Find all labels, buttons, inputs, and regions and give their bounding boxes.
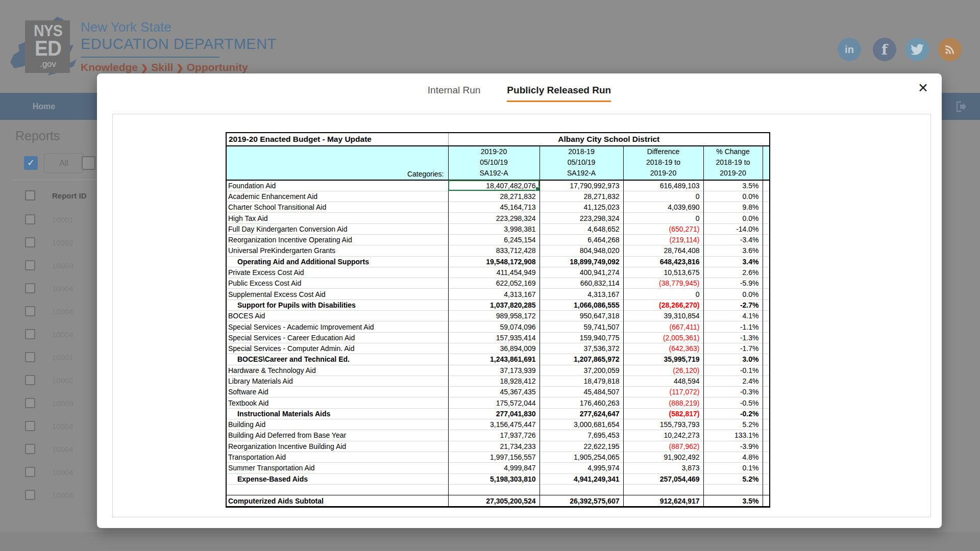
amount-2018-19-cell[interactable]: 7,695,453: [540, 430, 623, 441]
amount-2019-20-cell[interactable]: 277,041,830: [448, 408, 540, 419]
amount-2019-20-cell[interactable]: [448, 484, 540, 495]
amount-2018-19-cell[interactable]: 176,460,263: [540, 397, 623, 408]
amount-2018-19-cell[interactable]: 1,905,254,065: [540, 452, 623, 462]
pct-change-cell[interactable]: 4.1%: [703, 311, 763, 321]
pct-change-cell[interactable]: -14.0%: [703, 223, 763, 234]
category-cell[interactable]: BOCES Aid: [226, 311, 448, 321]
spacer-cell[interactable]: [763, 495, 770, 507]
spacer-cell[interactable]: [763, 397, 770, 408]
amount-2019-20-cell[interactable]: 989,958,172: [448, 311, 540, 321]
amount-2018-19-cell[interactable]: 45,484,507: [540, 387, 623, 397]
all-filter-button[interactable]: All: [44, 153, 84, 173]
amount-2019-20-cell[interactable]: 45,367,435: [448, 387, 540, 397]
difference-cell[interactable]: 39,310,854: [623, 311, 703, 321]
report-row-checkbox[interactable]: [25, 329, 35, 339]
difference-cell[interactable]: 0: [623, 191, 703, 202]
spacer-cell[interactable]: [763, 387, 770, 397]
amount-2019-20-cell[interactable]: 37,173,939: [448, 365, 540, 375]
linkedin-icon[interactable]: in: [838, 38, 861, 61]
pct-change-cell[interactable]: 5.2%: [703, 419, 763, 430]
pct-change-cell[interactable]: -5.9%: [703, 278, 763, 289]
pct-change-cell[interactable]: -0.1%: [703, 365, 763, 375]
pct-change-cell[interactable]: -2.7%: [703, 299, 763, 310]
spacer-cell[interactable]: [763, 213, 770, 223]
spacer-cell[interactable]: [763, 311, 770, 321]
difference-cell[interactable]: 257,054,469: [623, 473, 703, 484]
pct-change-cell[interactable]: 3.5%: [703, 495, 763, 507]
spacer-cell[interactable]: [763, 191, 770, 202]
difference-cell[interactable]: (887,962): [623, 441, 703, 452]
report-id-header-checkbox[interactable]: [25, 190, 35, 201]
difference-cell[interactable]: 0: [623, 289, 703, 299]
report-row-checkbox[interactable]: [25, 283, 35, 293]
difference-cell[interactable]: 448,594: [623, 375, 703, 386]
report-row-checkbox[interactable]: [25, 398, 35, 408]
spacer-cell[interactable]: [763, 256, 770, 267]
pct-change-cell[interactable]: 0.1%: [703, 463, 763, 473]
amount-2018-19-cell[interactable]: 277,624,647: [540, 408, 623, 419]
spacer-cell[interactable]: [763, 419, 770, 430]
report-row-checkbox[interactable]: [25, 352, 35, 362]
report-row-checkbox[interactable]: [25, 490, 35, 500]
pct-change-cell[interactable]: -1.1%: [703, 321, 763, 332]
amount-2019-20-cell[interactable]: 28,271,832: [448, 191, 540, 202]
amount-2018-19-cell[interactable]: 3,000,681,654: [540, 419, 623, 430]
pct-change-cell[interactable]: 9.8%: [703, 202, 763, 213]
category-cell[interactable]: Full Day Kindergarten Conversion Aid: [226, 223, 448, 234]
difference-cell[interactable]: 616,489,103: [623, 180, 703, 191]
category-cell[interactable]: Reorganization Incentive Operating Aid: [226, 234, 448, 245]
difference-cell[interactable]: (667,411): [623, 321, 703, 332]
amount-2018-19-cell[interactable]: 950,647,318: [540, 311, 623, 321]
pct-change-cell[interactable]: -1.3%: [703, 332, 763, 343]
difference-cell[interactable]: (28,266,270): [623, 299, 703, 310]
select-all-checkbox[interactable]: ✓: [24, 156, 38, 170]
pct-change-cell[interactable]: 2.4%: [703, 375, 763, 386]
difference-cell[interactable]: 0: [623, 213, 703, 223]
category-cell[interactable]: Textbook Aid: [226, 397, 448, 408]
amount-2019-20-cell[interactable]: 4,313,167: [448, 289, 540, 299]
spacer-cell[interactable]: [763, 267, 770, 278]
amount-2019-20-cell[interactable]: 833,712,428: [448, 245, 540, 256]
category-cell[interactable]: Private Excess Cost Aid: [226, 267, 448, 278]
amount-2018-19-cell[interactable]: 37,200,059: [540, 365, 623, 375]
amount-2019-20-cell[interactable]: 21,734,233: [448, 441, 540, 452]
amount-2018-19-cell[interactable]: 17,790,992,973: [540, 180, 623, 191]
spacer-cell[interactable]: [763, 365, 770, 375]
amount-2018-19-cell[interactable]: 26,392,575,607: [540, 495, 623, 507]
difference-cell[interactable]: (117,072): [623, 387, 703, 397]
amount-2018-19-cell[interactable]: 223,298,324: [540, 213, 623, 223]
category-cell[interactable]: Summer Transportation Aid: [226, 463, 448, 473]
amount-2019-20-cell[interactable]: 1,997,156,557: [448, 452, 540, 462]
category-cell[interactable]: Support for Pupils with Disabilities: [226, 299, 448, 310]
difference-cell[interactable]: 3,873: [623, 463, 703, 473]
difference-cell[interactable]: (219,114): [623, 234, 703, 245]
pct-change-cell[interactable]: -3.4%: [703, 234, 763, 245]
amount-2018-19-cell[interactable]: 22,622,195: [540, 441, 623, 452]
category-cell[interactable]: Universal PreKindergarten Grants: [226, 245, 448, 256]
amount-2019-20-cell[interactable]: 17,937,726: [448, 430, 540, 441]
facebook-icon[interactable]: f: [873, 38, 896, 61]
spacer-cell[interactable]: [763, 180, 770, 191]
spacer-cell[interactable]: [763, 441, 770, 452]
report-row-checkbox[interactable]: [25, 306, 35, 316]
amount-2018-19-cell[interactable]: 4,941,249,341: [540, 473, 623, 484]
amount-2018-19-cell[interactable]: 59,741,507: [540, 321, 623, 332]
amount-2018-19-cell[interactable]: 400,941,274: [540, 267, 623, 278]
amount-2018-19-cell[interactable]: 4,995,974: [540, 463, 623, 473]
category-cell[interactable]: Library Materials Aid: [226, 375, 448, 386]
amount-2019-20-cell[interactable]: 5,198,303,810: [448, 473, 540, 484]
category-cell[interactable]: Academic Enhancement Aid: [226, 191, 448, 202]
twitter-icon[interactable]: [905, 38, 929, 61]
amount-2019-20-cell[interactable]: 157,935,414: [448, 332, 540, 343]
spacer-cell[interactable]: [763, 223, 770, 234]
spacer-cell[interactable]: [763, 234, 770, 245]
category-cell[interactable]: Building Aid Deferred from Base Year: [226, 430, 448, 441]
amount-2018-19-cell[interactable]: 37,536,372: [540, 343, 623, 354]
amount-2019-20-cell[interactable]: 411,454,949: [448, 267, 540, 278]
category-cell[interactable]: Computerized Aids Subtotal: [226, 495, 448, 507]
spacer-cell[interactable]: [763, 289, 770, 299]
category-cell[interactable]: [226, 484, 448, 495]
category-cell[interactable]: Instructional Materials Aids: [226, 408, 448, 419]
spacer-cell[interactable]: [763, 332, 770, 343]
category-cell[interactable]: Special Services - Computer Admin. Aid: [226, 343, 448, 354]
